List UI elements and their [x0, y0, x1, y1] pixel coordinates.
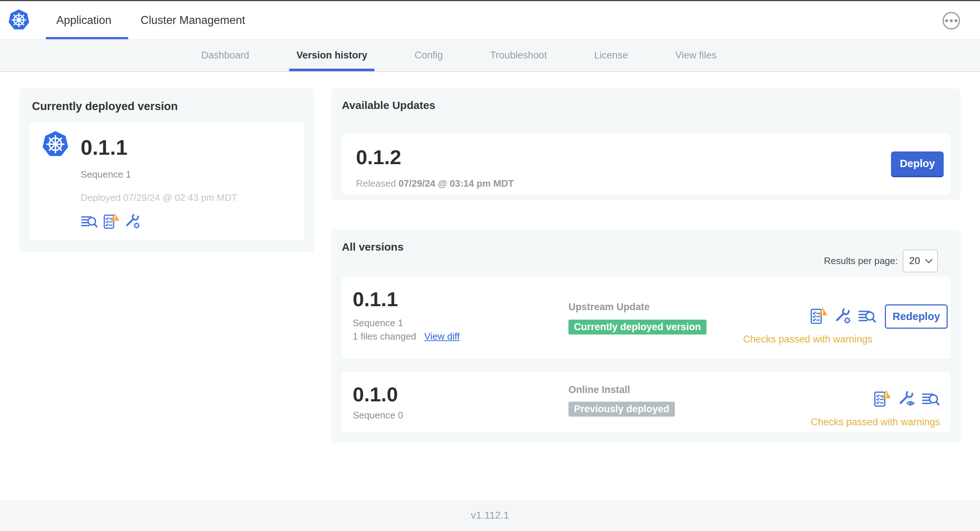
released-prefix: Released [356, 178, 396, 189]
tab-cluster-management[interactable]: Cluster Management [141, 1, 245, 39]
app-subnav: Dashboard Version history Config Trouble… [0, 39, 980, 72]
version-source-label: Upstream Update [568, 302, 650, 313]
config-wrench-eye-icon[interactable] [897, 390, 915, 407]
subnav-dashboard[interactable]: Dashboard [201, 40, 249, 71]
version-row-0-1-0: 0.1.0 Sequence 0 Online Install Previous… [342, 372, 951, 432]
chevron-down-icon [925, 259, 932, 264]
deploy-logs-icon[interactable] [81, 215, 98, 229]
all-versions-section: All versions Results per page: 20 0.1.1 … [331, 230, 961, 442]
deployed-version-number: 0.1.1 [81, 137, 127, 158]
version-row-0-1-1: 0.1.1 Sequence 1 1 files changed View di… [342, 277, 951, 359]
deploy-logs-icon[interactable] [858, 309, 877, 325]
subnav-view-files[interactable]: View files [675, 40, 717, 71]
version-source-label: Online Install [568, 384, 630, 396]
subnav-license[interactable]: License [594, 40, 628, 71]
all-versions-title: All versions [342, 241, 404, 253]
currently-deployed-title: Currently deployed version [32, 100, 178, 113]
checks-status-text[interactable]: Checks passed with warnings [743, 334, 872, 345]
row-sequence: Sequence 1 [353, 318, 403, 329]
update-row: 0.1.2 Released 07/29/24 @ 03:14 pm MDT D… [342, 133, 951, 195]
preflight-checks-warning-icon[interactable] [809, 307, 827, 325]
app-header: Application Cluster Management [0, 1, 980, 39]
row-sequence: Sequence 0 [353, 410, 403, 421]
deployed-version-card: 0.1.1 Sequence 1 Deployed 07/29/24 @ 02:… [29, 122, 304, 240]
deployed-timestamp: Deployed 07/29/24 @ 02:43 pm MDT [81, 192, 237, 203]
preflight-checks-warning-icon[interactable] [873, 390, 891, 407]
page-footer: v1.112.1 [0, 500, 980, 531]
update-released-line: Released 07/29/24 @ 03:14 pm MDT [356, 178, 514, 189]
deployed-sequence: Sequence 1 [81, 169, 131, 180]
kubernetes-app-icon [41, 131, 69, 157]
available-updates-section: Available Updates 0.1.2 Released 07/29/2… [331, 88, 961, 200]
checks-status-text[interactable]: Checks passed with warnings [811, 417, 940, 428]
view-diff-link[interactable]: View diff [424, 331, 460, 342]
subnav-config[interactable]: Config [414, 40, 443, 71]
kubernetes-logo-icon [7, 10, 30, 30]
config-wrench-gear-icon[interactable] [124, 213, 141, 229]
subnav-version-history[interactable]: Version history [296, 40, 367, 71]
results-per-page-value: 20 [909, 255, 920, 267]
version-history-page: Application Cluster Management Dashboard… [0, 0, 980, 531]
more-menu-button[interactable] [943, 12, 960, 29]
preflight-checks-warning-icon[interactable] [102, 213, 119, 229]
results-per-page-select[interactable]: 20 [903, 250, 938, 272]
row-version-number: 0.1.0 [353, 384, 398, 405]
ellipsis-icon [945, 19, 948, 22]
subnav-troubleshoot[interactable]: Troubleshoot [490, 40, 547, 71]
config-wrench-gear-icon[interactable] [834, 307, 852, 325]
row-version-number: 0.1.1 [353, 289, 398, 310]
currently-deployed-card: Currently deployed version 0.1.1 Sequenc… [19, 88, 314, 253]
files-changed-label: 1 files changed [353, 331, 416, 342]
results-per-page-label: Results per page: [824, 255, 898, 267]
released-date: 07/29/24 @ 03:14 pm MDT [398, 178, 514, 189]
currently-deployed-badge: Currently deployed version [568, 320, 706, 334]
console-version: v1.112.1 [471, 510, 509, 521]
previously-deployed-badge: Previously deployed [568, 402, 675, 417]
deploy-button[interactable]: Deploy [891, 151, 944, 176]
available-updates-title: Available Updates [342, 99, 435, 111]
deploy-logs-icon[interactable] [921, 392, 940, 407]
redeploy-button[interactable]: Redeploy [885, 304, 948, 329]
tab-application[interactable]: Application [56, 1, 111, 39]
update-version-number: 0.1.2 [356, 147, 401, 167]
